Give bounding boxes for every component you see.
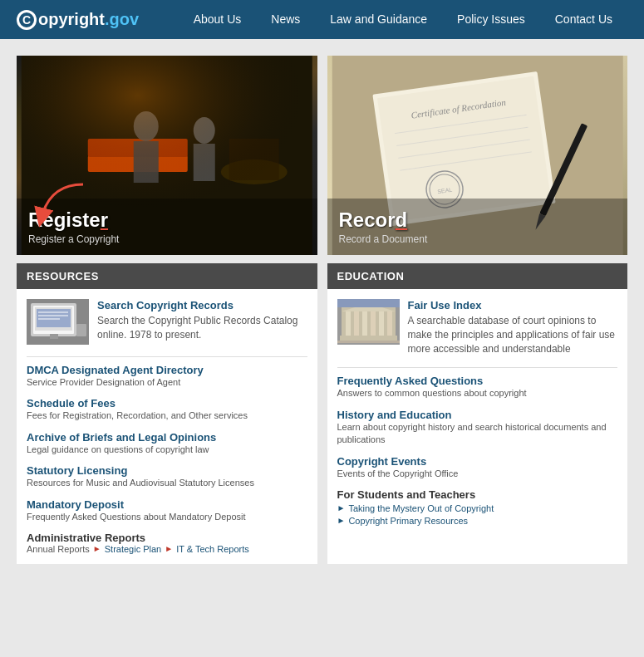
education-column: EDUCATION (327, 263, 628, 564)
svg-rect-39 (362, 311, 367, 336)
nav-item-news[interactable]: News (256, 0, 315, 39)
svg-rect-41 (379, 311, 384, 336)
arrow-strategic-icon: ► (93, 544, 101, 553)
svg-rect-37 (346, 311, 351, 336)
fair-use-item: Fair Use Index A searchable database of … (337, 299, 618, 355)
strategic-plan-link[interactable]: Strategic Plan (105, 544, 161, 554)
fair-use-thumbnail (337, 299, 400, 345)
search-records-link[interactable]: Search Copyright Records (97, 299, 307, 311)
nav-link-about[interactable]: About Us (179, 0, 257, 39)
students-label: For Students and Teachers (337, 488, 618, 501)
svg-rect-28 (37, 309, 71, 327)
logo-circle-icon: C (17, 10, 37, 30)
fair-use-text: Fair Use Index A searchable database of … (408, 299, 618, 355)
annotation-arrow (33, 180, 91, 230)
archive-item: Archive of Briefs and Legal Opinions Leg… (27, 431, 307, 456)
record-card[interactable]: Certificate of Recordation SEAL (327, 56, 628, 255)
resources-header: RESOURCES (17, 263, 317, 289)
register-card[interactable]: Register Register a Copyright (17, 56, 317, 255)
history-link[interactable]: History and Education (337, 409, 618, 421)
mandatory-desc: Frequently Asked Questions about Mandato… (27, 511, 307, 523)
nav-link-policy[interactable]: Policy Issues (442, 0, 540, 39)
divider-1 (27, 356, 307, 357)
fees-item: Schedule of Fees Fees for Registration, … (27, 397, 307, 422)
nav-link-law[interactable]: Law and Guidance (315, 0, 442, 39)
education-body: Fair Use Index A searchable database of … (327, 289, 628, 536)
fair-use-link[interactable]: Fair Use Index (408, 299, 618, 311)
archive-link[interactable]: Archive of Briefs and Legal Opinions (27, 431, 307, 444)
svg-rect-32 (50, 334, 58, 339)
faq-item: Frequently Asked Questions Answers to co… (337, 375, 618, 400)
arrow-it-icon: ► (165, 544, 173, 553)
mandatory-item: Mandatory Deposit Frequently Asked Quest… (27, 498, 307, 523)
navigation: C opyright .gov About Us News Law and Gu… (0, 0, 644, 39)
resources-body: Search Copyright Records Search the Copy… (17, 289, 317, 564)
primary-resources-link[interactable]: Copyright Primary Resources (348, 516, 468, 526)
it-tech-link[interactable]: IT & Tech Reports (176, 544, 249, 554)
nav-item-law[interactable]: Law and Guidance (315, 0, 442, 39)
resources-column: RESOURCES (17, 263, 317, 564)
svg-rect-44 (340, 336, 397, 341)
fair-use-desc: A searchable database of court opinions … (408, 314, 618, 355)
triangle-mystery-icon: ► (337, 503, 346, 512)
search-records-thumbnail (27, 299, 89, 345)
svg-rect-40 (371, 311, 376, 336)
main-content: RESOURCES (0, 255, 644, 581)
nav-link-contact[interactable]: Contact Us (540, 0, 627, 39)
events-link[interactable]: Copyright Events (337, 455, 618, 468)
fees-link[interactable]: Schedule of Fees (27, 397, 307, 409)
svg-rect-38 (354, 311, 359, 336)
education-header: EDUCATION (327, 263, 628, 289)
record-overlay: Record Record a Document (327, 199, 628, 255)
nav-item-policy[interactable]: Policy Issues (442, 0, 540, 39)
svg-rect-33 (45, 339, 63, 341)
nav-menu: About Us News Law and Guidance Policy Is… (179, 0, 627, 39)
logo-text: opyright (38, 10, 105, 29)
events-desc: Events of the Copyright Office (337, 468, 618, 480)
search-records-text: Search Copyright Records Search the Copy… (97, 299, 307, 345)
fees-desc: Fees for Registration, Recordation, and … (27, 409, 307, 422)
register-subtitle: Register a Copyright (28, 233, 306, 245)
students-section: For Students and Teachers ► Taking the M… (337, 488, 618, 526)
mystery-item: ► Taking the Mystery Out of Copyright (337, 503, 618, 513)
faq-link[interactable]: Frequently Asked Questions (337, 375, 618, 387)
admin-reports-label: Administrative Reports (27, 532, 307, 544)
statutory-desc: Resources for Music and Audiovisual Stat… (27, 477, 307, 489)
dmca-item: DMCA Designated Agent Directory Service … (27, 364, 307, 389)
dmca-desc: Service Provider Designation of Agent (27, 376, 307, 389)
primary-resources-item: ► Copyright Primary Resources (337, 516, 618, 526)
mystery-link[interactable]: Taking the Mystery Out of Copyright (348, 503, 494, 513)
search-records-desc: Search the Copyright Public Records Cata… (97, 314, 307, 342)
archive-desc: Legal guidance on questions of copyright… (27, 444, 307, 456)
annual-reports-link[interactable]: Annual Reports (27, 544, 90, 554)
history-item: History and Education Learn about copyri… (337, 409, 618, 447)
hero-section: Register Register a Copyright (0, 39, 644, 255)
nav-item-contact[interactable]: Contact Us (540, 0, 627, 39)
logo-domain: .gov (105, 10, 139, 29)
record-title: Record (339, 208, 617, 232)
statutory-item: Statutory Licensing Resources for Music … (27, 464, 307, 489)
history-desc: Learn about copyright history and search… (337, 421, 618, 447)
dmca-link[interactable]: DMCA Designated Agent Directory (27, 364, 307, 376)
triangle-primary-icon: ► (337, 516, 346, 525)
admin-reports-links: Annual Reports ► Strategic Plan ► IT & T… (27, 544, 307, 554)
statutory-link[interactable]: Statutory Licensing (27, 464, 307, 477)
search-records-item: Search Copyright Records Search the Copy… (27, 299, 307, 345)
svg-rect-42 (387, 311, 392, 336)
mandatory-link[interactable]: Mandatory Deposit (27, 498, 307, 511)
svg-rect-34 (76, 324, 86, 336)
divider-2 (337, 367, 618, 368)
admin-reports-item: Administrative Reports Annual Reports ► … (27, 532, 307, 554)
nav-link-news[interactable]: News (256, 0, 315, 39)
record-subtitle: Record a Document (339, 233, 617, 245)
site-logo[interactable]: C opyright .gov (17, 10, 139, 30)
svg-rect-46 (337, 299, 400, 307)
events-item: Copyright Events Events of the Copyright… (337, 455, 618, 480)
faq-desc: Answers to common questions about copyri… (337, 387, 618, 400)
nav-item-about[interactable]: About Us (179, 0, 257, 39)
svg-rect-45 (337, 341, 400, 343)
